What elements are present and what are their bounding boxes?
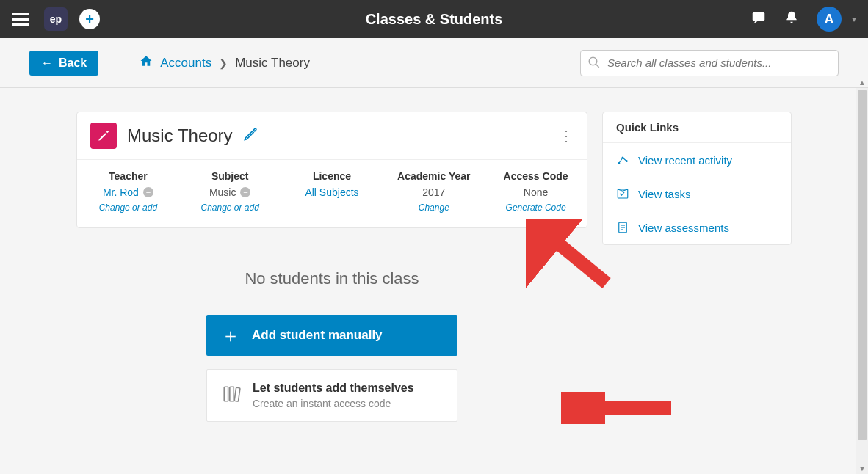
- svg-rect-3: [224, 387, 228, 401]
- meta-teacher: Teacher Mr. Rod − Change or add: [77, 170, 179, 213]
- ql-view-assessments[interactable]: View assessments: [603, 211, 791, 244]
- meta-licence: Licence All Subjects: [281, 170, 383, 213]
- app-logo[interactable]: ep: [44, 7, 68, 31]
- remove-teacher-icon[interactable]: −: [143, 187, 153, 197]
- search-icon: [587, 56, 601, 72]
- assessments-icon: [616, 221, 629, 234]
- books-icon: [222, 384, 241, 406]
- subject-action[interactable]: Change or add: [179, 203, 281, 213]
- search-input[interactable]: [580, 50, 839, 76]
- breadcrumb-root[interactable]: Accounts: [160, 56, 211, 70]
- access-action[interactable]: Generate Code: [485, 203, 587, 213]
- remove-subject-icon[interactable]: −: [240, 187, 250, 197]
- back-button[interactable]: ← Back: [29, 51, 98, 76]
- chevron-down-icon[interactable]: ▾: [852, 14, 856, 24]
- more-icon[interactable]: ⋮: [559, 127, 574, 145]
- year-action[interactable]: Change: [383, 203, 485, 213]
- quick-links-card: Quick Links View recent activity View ta…: [602, 112, 792, 245]
- breadcrumb-current: Music Theory: [235, 56, 310, 70]
- let-students-add-button[interactable]: Let students add themselves Create an in…: [206, 369, 457, 422]
- svg-rect-5: [234, 387, 240, 401]
- add-button[interactable]: +: [79, 9, 100, 29]
- year-value: 2017: [383, 186, 485, 198]
- ql-recent-activity[interactable]: View recent activity: [603, 143, 791, 177]
- page-title: Classes & Students: [366, 11, 503, 28]
- tasks-icon: [616, 187, 629, 200]
- subbar: ← Back Accounts ❯ Music Theory: [0, 38, 868, 88]
- svg-rect-4: [230, 387, 234, 401]
- ql-view-tasks[interactable]: View tasks: [603, 177, 791, 211]
- scrollbar[interactable]: ▲ ▼: [856, 88, 868, 474]
- plus-icon: ＋: [221, 323, 240, 349]
- class-card: Music Theory ⋮ Teacher Mr. Rod − Change …: [76, 112, 587, 228]
- subject-value: Music −: [179, 186, 281, 198]
- licence-value[interactable]: All Subjects: [281, 186, 383, 198]
- class-title: Music Theory: [127, 125, 233, 146]
- activity-icon: [616, 153, 629, 167]
- class-icon: [90, 123, 117, 149]
- teacher-value[interactable]: Mr. Rod −: [77, 186, 179, 198]
- scroll-down-icon[interactable]: ▼: [856, 462, 868, 474]
- content: Music Theory ⋮ Teacher Mr. Rod − Change …: [0, 88, 868, 445]
- search-wrap: [580, 50, 839, 76]
- menu-icon[interactable]: [12, 10, 29, 28]
- svg-rect-0: [753, 12, 765, 21]
- self-add-subtitle: Create an instant access code: [253, 398, 414, 409]
- chat-icon[interactable]: [751, 10, 767, 29]
- add-student-manually-button[interactable]: ＋ Add student manually: [206, 315, 457, 356]
- action-buttons: ＋ Add student manually Let students add …: [206, 315, 457, 422]
- svg-line-2: [596, 64, 599, 68]
- scrollbar-thumb[interactable]: [858, 90, 867, 440]
- meta-year: Academic Year 2017 Change: [383, 170, 485, 213]
- quick-links-header: Quick Links: [603, 112, 791, 143]
- scroll-up-icon[interactable]: ▲: [856, 76, 868, 88]
- avatar[interactable]: A: [817, 7, 842, 32]
- breadcrumb: Accounts ❯ Music Theory: [140, 54, 310, 71]
- bell-icon[interactable]: [784, 10, 799, 29]
- arrow-left-icon: ←: [41, 56, 53, 70]
- empty-state: No students in this class: [76, 269, 587, 288]
- topbar: ep + Classes & Students A ▾: [0, 0, 868, 38]
- teacher-action[interactable]: Change or add: [77, 203, 179, 213]
- home-icon[interactable]: [140, 54, 153, 71]
- edit-icon[interactable]: [243, 127, 258, 145]
- meta-access: Access Code None Generate Code: [485, 170, 587, 213]
- access-value: None: [485, 186, 587, 198]
- meta-subject: Subject Music − Change or add: [179, 170, 281, 213]
- breadcrumb-separator: ❯: [219, 57, 228, 69]
- svg-point-1: [589, 57, 597, 65]
- back-label: Back: [59, 56, 87, 70]
- self-add-title: Let students add themselves: [253, 382, 414, 395]
